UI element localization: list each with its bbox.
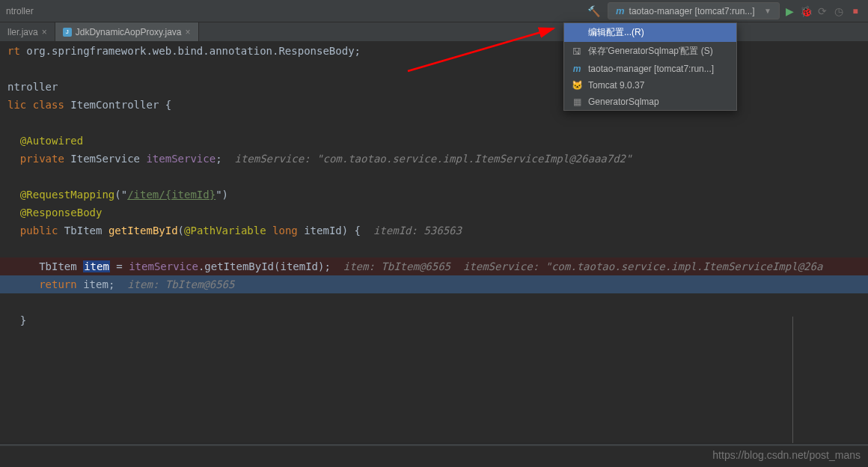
- menu-edit-config[interactable]: 编辑配置...(R): [564, 23, 736, 42]
- java-icon: J: [63, 28, 72, 37]
- editor-tabs: ller.java × J JdkDynamicAopProxy.java ×: [0, 22, 868, 42]
- watermark: https://blog.csdn.net/post_mans: [712, 449, 861, 461]
- chevron-down-icon: ▼: [764, 7, 771, 15]
- maven-icon: m: [616, 5, 625, 16]
- status-bar: [0, 443, 868, 446]
- tab-controller[interactable]: ller.java ×: [0, 22, 55, 41]
- stop-icon[interactable]: ■: [849, 6, 862, 16]
- menu-save-config[interactable]: 🖫 保存'GeneratorSqlmap'配置 (S): [564, 42, 736, 61]
- menu-tomcat[interactable]: 🐱 Tomcat 9.0.37: [564, 77, 736, 94]
- menu-taotao-manager[interactable]: m taotao-manager [tomcat7:run...]: [564, 61, 736, 77]
- coverage-icon[interactable]: ⟳: [816, 5, 829, 17]
- run-config-label: taotao-manager [tomcat7:run...]: [629, 6, 755, 16]
- breadcrumb: ntroller: [6, 6, 34, 16]
- main-toolbar: ntroller 🔨 m taotao-manager [tomcat7:run…: [0, 0, 868, 22]
- app-icon: ▦: [572, 97, 582, 107]
- close-icon[interactable]: ×: [42, 27, 47, 37]
- debug-icon[interactable]: 🐞: [799, 5, 813, 17]
- run-config-menu: 编辑配置...(R) 🖫 保存'GeneratorSqlmap'配置 (S) m…: [563, 22, 737, 111]
- tomcat-icon: 🐱: [572, 80, 582, 91]
- run-icon[interactable]: ▶: [783, 5, 796, 17]
- build-icon[interactable]: 🔨: [587, 5, 600, 17]
- run-config-dropdown[interactable]: m taotao-manager [tomcat7:run...] ▼: [608, 2, 780, 19]
- menu-generator[interactable]: ▦ GeneratorSqlmap: [564, 94, 736, 110]
- profile-icon[interactable]: ◷: [832, 5, 846, 17]
- maven-icon: m: [572, 64, 582, 74]
- tab-jdkproxy[interactable]: J JdkDynamicAopProxy.java ×: [55, 22, 199, 41]
- toolbar-actions: 🔨 m taotao-manager [tomcat7:run...] ▼ ▶ …: [587, 2, 862, 19]
- code-editor[interactable]: rt org.springframework.web.bind.annotati…: [0, 42, 868, 443]
- close-icon[interactable]: ×: [186, 27, 191, 37]
- save-icon: 🖫: [572, 46, 582, 57]
- column-guide: [792, 317, 793, 443]
